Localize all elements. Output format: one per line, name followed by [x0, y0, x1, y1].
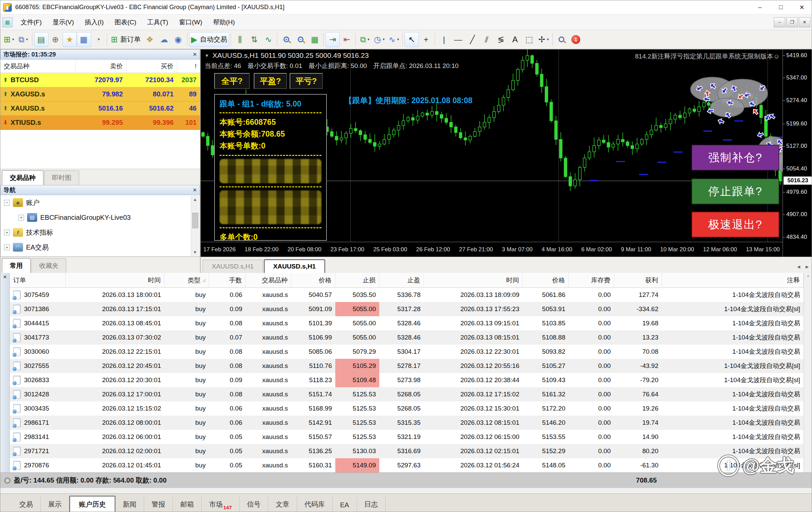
navigator-toggle-button[interactable]: ★ [63, 32, 77, 47]
new-order-button[interactable]: ⊞新订单 [109, 32, 143, 47]
history-order-row[interactable]: 29708762026.03.12 01:45:01buy0.05xauusd.… [10, 458, 804, 472]
mdi-restore-button[interactable]: ❐ [786, 17, 798, 27]
dropdown-caret-icon[interactable]: ▾ [383, 37, 385, 42]
bottom-tab-账户历史[interactable]: 账户历史 [69, 496, 115, 512]
bottom-tab-代码库[interactable]: 代码库 [297, 496, 333, 512]
market-watch-toggle-button[interactable]: ▤ [34, 32, 48, 47]
menu-item-f[interactable]: 文件(F) [15, 16, 47, 29]
terminal-toggle-button[interactable]: ▦ [77, 32, 91, 47]
tab-即时图[interactable]: 即时图 [44, 170, 79, 185]
bottom-tab-新闻[interactable]: 新闻 [115, 496, 144, 512]
force-add-position-button[interactable]: 强制补仓? [692, 145, 779, 170]
cursor-button[interactable]: ↖ [405, 32, 419, 47]
orders-col-12[interactable]: 注释 [662, 273, 804, 287]
market-row-xagusd.s[interactable]: ⬆XAGUSD.s79.98280.07189 [0, 87, 200, 101]
market-watch-close-icon[interactable]: ✕ [193, 51, 197, 57]
expander-icon[interactable]: + [4, 230, 10, 235]
history-order-row[interactable]: 30034352026.03.12 15:15:02buy0.06xauusd.… [10, 401, 804, 416]
bar-chart-mode-button[interactable]: ⫼ [233, 32, 247, 47]
scroll-thumb[interactable] [192, 213, 198, 228]
bottom-tab-市场[interactable]: 市场147 [202, 496, 240, 512]
orders-col-3[interactable]: 手数 [209, 273, 246, 287]
expander-icon[interactable]: − [4, 200, 10, 206]
maximize-button[interactable]: □ [770, 0, 791, 14]
bottom-tab-EA[interactable]: EA [333, 498, 357, 512]
chart-profiles-button[interactable]: ⧉▾ [16, 32, 30, 47]
history-order-row[interactable]: 29861712026.03.12 08:00:01buy0.06xauusd.… [10, 416, 804, 430]
dropdown-caret-icon[interactable]: ▾ [368, 37, 370, 42]
col-spread[interactable]: ! [177, 60, 200, 73]
mdi-close-button[interactable]: ✕ [799, 17, 810, 27]
history-order-row[interactable]: 30300602026.03.12 22:15:01buy0.08xauusd.… [10, 345, 804, 359]
tab-常用[interactable]: 常用 [2, 258, 31, 273]
col-ask[interactable]: 买价 [126, 60, 177, 73]
orders-scroll-up-icon[interactable]: ^ [807, 274, 809, 279]
orders-col-5[interactable]: 价格 [291, 273, 335, 287]
new-chart-button[interactable]: ⊞▾ [2, 32, 16, 47]
data-window-button[interactable]: ⊕ [48, 32, 63, 47]
bottom-tab-展示[interactable]: 展示 [41, 496, 69, 512]
tree-item-ea[interactable]: +◠EA交易 [1, 240, 200, 255]
dropdown-caret-icon[interactable]: ▾ [547, 37, 549, 42]
history-order-row[interactable]: 30268332026.03.12 20:30:01buy0.09xauusd.… [10, 373, 804, 387]
history-order-row[interactable]: 30124282026.03.12 17:00:01buy0.08xauusd.… [10, 387, 804, 401]
auto-scroll-button[interactable]: ⇥ [325, 32, 340, 47]
orders-col-6[interactable]: 止损 [335, 273, 379, 287]
menu-item-w[interactable]: 窗口(W) [174, 16, 208, 29]
tree-item-accounts[interactable]: −☻账户 [1, 195, 200, 210]
bottom-tab-信号[interactable]: 信号 [240, 496, 268, 512]
orders-col-10[interactable]: 库存费 [569, 273, 614, 287]
chart-tab-0[interactable]: XAUUSD.s,H1 [203, 260, 263, 273]
orders-col-2[interactable]: 类型◿ [164, 273, 209, 287]
candlestick-mode-button[interactable]: ⇅ [247, 32, 261, 47]
crosshair-button[interactable]: + [419, 32, 433, 47]
navigator-scrollbar[interactable]: ▲ ▼ [191, 196, 199, 256]
mdi-minimize-button[interactable]: – [774, 17, 785, 27]
col-bid[interactable]: 卖价 [75, 60, 126, 73]
bottom-tab-交易[interactable]: 交易 [12, 496, 41, 512]
panel-close-icon[interactable]: ✕ [3, 274, 7, 280]
orders-col-7[interactable]: 止盈 [379, 273, 424, 287]
market-row-xauusd.s[interactable]: ⬆XAUUSD.s5016.165016.6246 [0, 101, 200, 116]
vertical-line-button[interactable]: | [437, 32, 451, 47]
stop-copy-button[interactable]: 停止跟单? [692, 179, 779, 204]
expander-icon[interactable]: + [18, 215, 24, 220]
orders-col-1[interactable]: 时间 [66, 273, 164, 287]
cloud-button[interactable]: ☁ [157, 32, 171, 47]
col-symbol[interactable]: 交易品种 [0, 62, 75, 71]
close-button[interactable]: ✕ [791, 0, 812, 14]
arrow-objects-button[interactable]: ✢▾ [536, 32, 551, 47]
horizontal-line-button[interactable]: — [451, 32, 465, 47]
tab-交易品种[interactable]: 交易品种 [2, 170, 44, 185]
dropdown-caret-icon[interactable]: ▾ [397, 37, 399, 42]
periods-button[interactable]: ◷▾ [372, 32, 386, 47]
indicators-list-button[interactable]: ∿▾ [387, 32, 401, 47]
scroll-up-icon[interactable]: ▲ [191, 196, 199, 203]
strategy-tester-button[interactable]: ◔ [91, 32, 105, 47]
tab-scroll-arrow-icon[interactable]: ► [805, 264, 810, 270]
bottom-tab-邮箱[interactable]: 邮箱 [173, 496, 202, 512]
tree-item-indicator[interactable]: +f技术指标 [1, 225, 200, 240]
menu-item-v[interactable]: 显示(V) [47, 16, 79, 29]
navigator-close-icon[interactable]: ✕ [193, 187, 197, 193]
line-chart-mode-button[interactable]: ∿ [261, 32, 275, 47]
fibonacci-button[interactable]: ≶ [494, 32, 508, 47]
bottom-tab-文章[interactable]: 文章 [268, 496, 297, 512]
chart-shift-button[interactable]: ⇤ [340, 32, 354, 47]
text-label-button[interactable]: ⬚ [522, 32, 536, 47]
chart-tab-1[interactable]: XAUUSD.s,H1 [264, 259, 325, 273]
collapse-icon[interactable]: ▼ [205, 53, 209, 58]
history-order-row[interactable]: 29831412026.03.12 06:00:01buy0.05xauusd.… [10, 430, 804, 444]
close-profit-button[interactable]: 平盈? [254, 73, 287, 89]
dropdown-caret-icon[interactable]: ▾ [12, 37, 14, 42]
orders-col-8[interactable]: 时间 [424, 273, 523, 287]
dropdown-caret-icon[interactable]: ▾ [26, 37, 28, 42]
time-axis[interactable]: 17 Feb 202618 Feb 22:0020 Feb 08:0023 Fe… [201, 242, 783, 257]
zoom-out-button[interactable]: − [293, 32, 308, 47]
channel-button[interactable]: ⫽ [479, 32, 494, 47]
notifications-button[interactable]: 1 [569, 32, 583, 47]
tree-item-server[interactable]: +▤EBCFinancialGroupKY-Live03 [1, 210, 200, 225]
history-order-row[interactable]: 30275552026.03.12 20:45:01buy0.08xauusd.… [10, 359, 804, 373]
trendline-button[interactable]: ╱ [465, 32, 479, 47]
history-order-row[interactable]: 30754592026.03.13 18:00:01buy0.06xauusd.… [10, 288, 804, 302]
